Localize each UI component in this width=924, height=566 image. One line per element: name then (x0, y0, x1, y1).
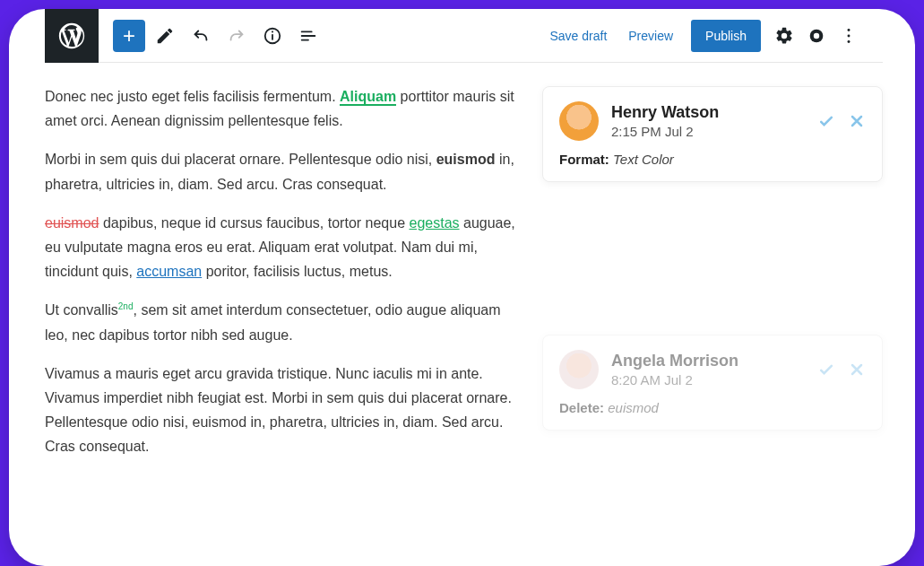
info-button[interactable] (256, 20, 289, 52)
suggestion-card[interactable]: Angela Morrison 8:20 AM Jul 2 Delete: eu… (542, 335, 883, 431)
suggestion-value: Text Color (613, 152, 674, 167)
comments-sidebar: Henry Watson 2:15 PM Jul 2 Format: Text … (542, 84, 883, 473)
location-circle-icon (807, 26, 826, 46)
text: dapibus, neque id cursus faucibus, torto… (99, 215, 409, 231)
list-view-icon (298, 26, 318, 46)
content-editor[interactable]: Donec nec justo eget felis facilisis fer… (45, 84, 521, 473)
bold-text: euismod (436, 152, 496, 167)
undo-icon (191, 26, 211, 46)
suggestion-value: euismod (608, 400, 659, 415)
avatar (559, 101, 599, 141)
wordpress-icon (56, 21, 87, 51)
paragraph[interactable]: Donec nec justo eget felis facilisis fer… (45, 84, 521, 133)
paragraph[interactable]: Ut convallis2nd, sem sit amet interdum c… (45, 298, 521, 346)
publish-button[interactable]: Publish (691, 20, 761, 52)
svg-rect-2 (272, 30, 273, 32)
more-menu-button[interactable] (833, 20, 865, 52)
highlighted-text[interactable]: Aliquam (340, 89, 396, 106)
settings-button[interactable] (768, 20, 800, 52)
reject-close-icon[interactable] (848, 112, 866, 130)
text: Ut convallis (45, 302, 118, 318)
comment-timestamp: 2:15 PM Jul 2 (611, 124, 719, 139)
kebab-icon (839, 26, 859, 46)
info-icon (263, 26, 282, 46)
paragraph[interactable]: Morbi in sem quis dui placerat ornare. P… (45, 147, 521, 196)
comment-author: Henry Watson (611, 103, 719, 122)
pencil-icon (155, 26, 175, 46)
editor-window: + Save draft Preview Publish (9, 9, 915, 566)
card-body: Delete: euismod (559, 400, 866, 415)
edit-mode-button[interactable] (149, 20, 181, 52)
comment-timestamp: 8:20 AM Jul 2 (611, 372, 738, 387)
suggestion-action-label: Delete: (559, 400, 604, 415)
deleted-text[interactable]: euismod (45, 215, 99, 231)
redo-icon (227, 26, 246, 46)
comment-author: Angela Morrison (611, 352, 738, 370)
undo-button[interactable] (185, 20, 217, 52)
svg-point-7 (848, 39, 851, 42)
text: poritor, facilisis luctus, metus. (202, 264, 393, 279)
reject-close-icon[interactable] (848, 361, 866, 379)
card-body: Format: Text Color (559, 152, 866, 167)
svg-point-6 (848, 34, 851, 37)
outline-button[interactable] (292, 20, 324, 52)
svg-point-4 (814, 32, 819, 38)
card-header: Angela Morrison 8:20 AM Jul 2 (559, 350, 866, 389)
text: Donec nec justo eget felis facilisis fer… (45, 89, 340, 104)
redo-button[interactable] (220, 20, 253, 52)
gear-icon (774, 26, 794, 46)
save-draft-button[interactable]: Save draft (539, 22, 617, 50)
inline-link[interactable]: egestas (409, 215, 459, 231)
paragraph[interactable]: euismod dapibus, neque id cursus faucibu… (45, 211, 521, 284)
main-area: Donec nec justo eget felis facilisis fer… (9, 63, 915, 473)
svg-point-5 (848, 29, 851, 31)
card-header: Henry Watson 2:15 PM Jul 2 (559, 101, 866, 141)
plus-icon: + (123, 23, 135, 48)
svg-rect-1 (272, 34, 273, 39)
accept-check-icon[interactable] (817, 112, 835, 130)
suggestion-action-label: Format: (559, 152, 609, 167)
accept-check-icon[interactable] (817, 361, 835, 379)
inline-link[interactable]: accumsan (136, 264, 202, 279)
plugin-button[interactable] (800, 20, 833, 52)
avatar (559, 350, 599, 389)
superscript-text: 2nd (118, 301, 134, 311)
top-toolbar: + Save draft Preview Publish (45, 9, 883, 63)
paragraph[interactable]: Vivamus a mauris eget arcu gravida trist… (45, 361, 521, 459)
text: Morbi in sem quis dui placerat ornare. P… (45, 152, 436, 167)
suggestion-card[interactable]: Henry Watson 2:15 PM Jul 2 Format: Text … (542, 86, 883, 182)
wordpress-logo[interactable] (45, 9, 99, 63)
preview-button[interactable]: Preview (617, 22, 684, 50)
add-block-button[interactable]: + (113, 20, 145, 52)
